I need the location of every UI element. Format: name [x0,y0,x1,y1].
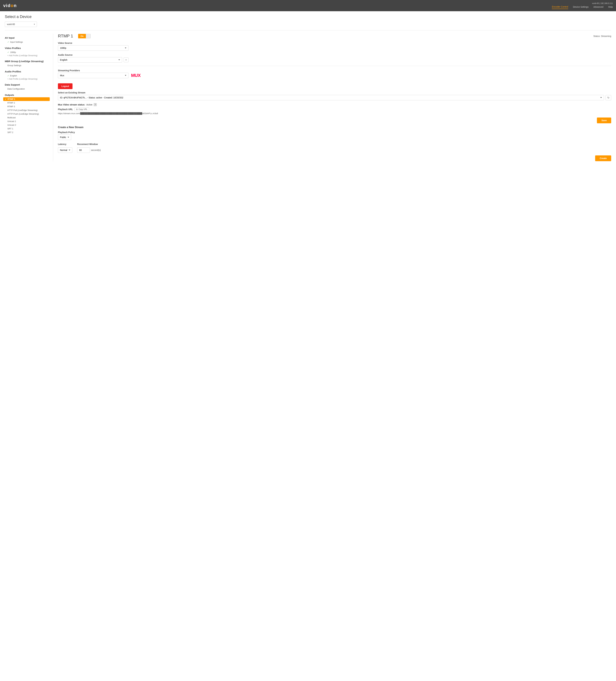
device-dropdown[interactable]: vunit-00 ▾ [5,22,37,27]
sidebar-item-label: Data Configuration [7,87,25,90]
providers-row: Mux MUX [58,73,611,78]
stream-select-row: ID: qPGTE4VdK4FW27k... - Status: active … [58,95,611,100]
sidebar-item-http-push[interactable]: HTTP Push (LiveEdge Streaming) [5,112,50,116]
sidebar-item-label: Unicast 2 [7,124,16,126]
create-row: Create [58,155,611,161]
nav-item-advanced[interactable]: Advanced [593,6,603,9]
sidebar-item-group-settings[interactable]: Group Settings [5,64,50,67]
sidebar-item-data-config[interactable]: Data Configuration [5,87,50,91]
sidebar-add-audio-profile[interactable]: + Add Profile (LiveEdge Streaming) [5,78,50,80]
copy-url-button[interactable]: ⧉ Copy URL [75,107,89,111]
sidebar-item-srt2[interactable]: SRT 2 [5,130,50,134]
refresh-stream-button[interactable]: ↻ [606,95,611,100]
mux-status-badge[interactable]: ? [94,103,97,106]
reconnect-window-item: Reconnect Window second(s) [77,143,101,153]
sidebar-item-1080p[interactable]: ✓ 1080p [5,50,50,54]
sidebar-item-label: RTMP 3 [7,105,15,108]
new-stream-section: Create a New Stream Playback Policy Publ… [58,126,611,161]
status-text: Status: Streaming [593,35,611,37]
latency-label: Latency [58,143,72,146]
rtmp-title: RTMP 1 [58,33,73,39]
latency-item: Latency Normal [58,143,72,153]
sidebar-item-label: Unicast 1 [7,120,16,123]
device-dropdown-value: vunit-00 [7,23,15,26]
reconnect-window-input[interactable] [77,147,90,153]
sidebar-section-video-profiles: Video Profiles [5,47,50,49]
existing-stream-select[interactable]: ID: qPGTE4VdK4FW27k... - Status: active … [58,95,604,100]
sidebar-item-rtmp3[interactable]: RTMP 3 [5,105,50,108]
existing-stream-group: Select an Existing Stream ID: qPGTE4VdK4… [58,91,611,100]
device-select-row: vunit-00 ▾ [5,22,611,27]
toggle-group: On [78,34,90,39]
playback-policy-group: Playback Policy Public [58,131,611,140]
main-content: RTMP 1 On Status: Streaming Video Source… [53,33,611,161]
sidebar-section-data-support: Data Support [5,83,50,86]
check-icon: ✓ [7,51,9,53]
sidebar: AV Input ✓ Input Settings Video Profiles… [5,33,53,161]
rtmp-header: RTMP 1 On Status: Streaming [58,33,611,39]
video-source-group: Video Source 1080p [58,42,611,51]
divider [5,30,611,30]
chevron-down-icon: ▾ [34,23,35,25]
page-title: Select a Device [5,15,611,19]
playback-policy-select[interactable]: Public [58,134,71,140]
toggle-off-area[interactable] [86,34,91,39]
sidebar-add-video-profile[interactable]: + Add Profile (LiveEdge Streaming) [5,54,50,57]
save-row: Save [58,118,611,123]
mux-logo: MUX [131,73,140,78]
video-source-label: Video Source [58,42,611,44]
sidebar-item-label: RTMP 2 [7,102,15,104]
sidebar-item-unicast1[interactable]: Unicast 1 [5,120,50,123]
existing-stream-label: Select an Existing Stream [58,91,611,94]
new-stream-title: Create a New Stream [58,126,611,129]
copy-url-label: Copy URL [78,108,87,110]
header-right: vunit-00 | 192.168.0.111 Encoder Control… [552,2,613,9]
sidebar-item-label: Group Settings [7,64,21,67]
nav-item-encoder-control[interactable]: Encoder Control [552,5,568,9]
page: Select a Device vunit-00 ▾ AV Input ✓ In… [0,11,616,165]
sidebar-item-english[interactable]: ✓ English [5,74,50,78]
nav-item-help[interactable]: Help [608,6,613,9]
latency-reconnect-group: Latency Normal Reconnect Window second(s… [58,143,611,153]
audio-source-clear-button[interactable]: ✕ [124,57,129,62]
sidebar-item-label: SRT 2 [7,131,13,133]
check-icon: ✓ [7,41,9,43]
nav-item-device-settings[interactable]: Device Settings [573,6,589,9]
video-source-select[interactable]: 1080p [58,45,129,51]
check-icon: ✓ [5,98,6,100]
device-info: vunit-00 | 192.168.0.111 [592,2,613,4]
audio-source-label: Audio Source [58,54,611,56]
sidebar-item-srt1[interactable]: SRT 1 [5,127,50,130]
toggle-on-button[interactable]: On [78,34,86,39]
sidebar-section-audio-profiles: Audio Profiles [5,70,50,73]
sidebar-item-input-settings[interactable]: ✓ Input Settings [5,40,50,44]
rtmp-title-left: RTMP 1 On [58,33,91,39]
sidebar-section-outputs: Outputs [5,94,50,96]
sidebar-item-rtmp1[interactable]: ✓ RTMP 1 [3,97,50,101]
latency-select[interactable]: Normal [58,147,72,153]
playback-url-label: Playback URL [58,108,73,110]
audio-source-select[interactable]: English [58,57,122,62]
sidebar-item-rtmp2[interactable]: RTMP 2 [5,101,50,105]
playback-url-group: Playback URL ⧉ Copy URL https://stream.m… [58,107,611,115]
check-icon: ✓ [7,75,9,77]
save-button[interactable]: Save [597,118,611,123]
create-button[interactable]: Create [595,155,611,161]
sidebar-item-label: HTTP Push (LiveEdge Streaming) [7,113,39,115]
logout-button[interactable]: Logout [58,83,73,89]
reconnect-window-row: second(s) [77,147,101,153]
copy-icon: ⧉ [76,108,78,110]
sidebar-item-label: SRT 1 [7,127,13,130]
streaming-providers-select[interactable]: Mux [58,73,129,78]
main-nav: Encoder Control Device Settings Advanced… [552,5,613,9]
sidebar-item-label: 1080p [10,51,16,53]
reconnect-unit: second(s) [91,149,101,151]
sidebar-item-unicast2[interactable]: Unicast 2 [5,123,50,127]
sidebar-item-http-pull[interactable]: HTTP Pull (LiveEdge Streaming) [5,108,50,112]
sidebar-item-label: Input Settings [10,41,23,43]
mux-status-value: Active [86,103,92,106]
sidebar-item-multicast[interactable]: Multicast [5,116,50,120]
streaming-providers-label: Streaming Providers [58,69,611,72]
audio-source-row: English ✕ [58,57,611,62]
logo: vidon [3,3,17,8]
